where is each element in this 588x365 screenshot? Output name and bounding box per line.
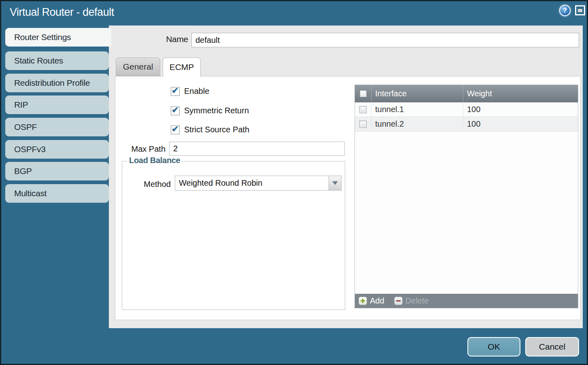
sidebar-item-router-settings[interactable]: Router Settings <box>5 28 111 47</box>
sidebar-item-label: Static Routes <box>14 56 63 66</box>
ok-button[interactable]: OK <box>467 337 520 357</box>
row-checkbox[interactable] <box>359 121 367 128</box>
sidebar-item-label: Multicast <box>14 189 47 198</box>
sidebar-item-bgp[interactable]: BGP <box>5 162 109 180</box>
ecmp-panel: Enable Symmetric Return Strict Source Pa… <box>115 76 581 320</box>
tab-general[interactable]: General <box>116 57 160 76</box>
name-input[interactable] <box>191 33 579 47</box>
interface-table: Interface Weight tunnel.1 100 tunnel.2 1… <box>354 85 578 308</box>
delete-button[interactable]: Delete <box>394 296 429 306</box>
enable-checkbox[interactable] <box>171 87 180 96</box>
minus-icon <box>394 297 403 305</box>
column-header-weight[interactable]: Weight <box>463 85 578 102</box>
ok-button-label: OK <box>488 342 500 352</box>
max-path-label: Max Path <box>115 144 166 154</box>
sidebar-item-label: RIP <box>14 100 28 110</box>
cell-interface: tunnel.1 <box>371 102 463 117</box>
sidebar-item-redistribution-profile[interactable]: Redistribution Profile <box>5 74 109 92</box>
window-restore-icon[interactable] <box>575 5 585 15</box>
enable-label: Enable <box>184 87 209 96</box>
cancel-button[interactable]: Cancel <box>525 337 579 357</box>
delete-button-label: Delete <box>405 296 429 306</box>
max-path-input[interactable] <box>169 142 345 156</box>
table-row[interactable]: tunnel.2 100 <box>355 117 578 132</box>
sidebar-item-ospf[interactable]: OSPF <box>5 118 109 136</box>
method-label: Method <box>134 180 171 189</box>
cell-interface: tunnel.2 <box>371 117 463 131</box>
sidebar-item-label: Redistribution Profile <box>14 78 90 88</box>
sidebar-item-rip[interactable]: RIP <box>5 95 109 114</box>
cell-weight: 100 <box>463 102 578 117</box>
add-button-label: Add <box>370 296 384 306</box>
select-all-checkbox[interactable] <box>359 90 367 98</box>
name-label: Name <box>109 34 188 44</box>
method-selected-value: Weighted Round Robin <box>175 176 329 190</box>
add-button[interactable]: Add <box>359 296 384 306</box>
sidebar-item-label: Router Settings <box>14 32 71 42</box>
enable-checkbox-row: Enable <box>171 87 209 96</box>
tab-ecmp[interactable]: ECMP <box>163 57 201 76</box>
virtual-router-dialog: Virtual Router - default Router Settings… <box>0 0 588 365</box>
sidebar-item-label: BGP <box>14 166 32 176</box>
column-header-interface[interactable]: Interface <box>371 85 463 102</box>
cell-weight: 100 <box>463 117 578 131</box>
row-checkbox[interactable] <box>359 106 367 113</box>
plus-icon <box>359 297 367 305</box>
table-header-row: Interface Weight <box>355 85 578 102</box>
dropdown-button[interactable] <box>329 176 341 190</box>
table-row[interactable]: tunnel.1 100 <box>355 102 578 117</box>
sidebar-item-label: OSPF <box>14 122 37 132</box>
help-icon[interactable] <box>559 5 571 16</box>
symmetric-return-checkbox-row: Symmetric Return <box>171 106 249 115</box>
load-balance-group: Load Balance Method Weighted Round Robin <box>122 161 345 310</box>
table-toolbar: Add Delete <box>355 294 578 308</box>
strict-source-path-checkbox-row: Strict Source Path <box>171 125 249 134</box>
sidebar-item-label: OSPFv3 <box>14 144 46 154</box>
method-dropdown[interactable]: Weighted Round Robin <box>175 176 342 191</box>
table-empty-area <box>355 132 578 294</box>
content-area: Name General ECMP Enable Symmetric Retur… <box>109 25 583 328</box>
strict-source-path-label: Strict Source Path <box>184 125 249 134</box>
strict-source-path-checkbox[interactable] <box>171 125 180 134</box>
load-balance-legend: Load Balance <box>127 156 182 165</box>
tab-label: General <box>123 62 153 72</box>
dialog-title: Virtual Router - default <box>10 6 114 19</box>
sidebar-item-static-routes[interactable]: Static Routes <box>5 51 109 70</box>
tab-label: ECMP <box>170 62 194 72</box>
cancel-button-label: Cancel <box>539 342 565 352</box>
chevron-down-icon <box>332 181 338 185</box>
symmetric-return-checkbox[interactable] <box>171 106 180 115</box>
symmetric-return-label: Symmetric Return <box>184 106 249 115</box>
sidebar-item-ospfv3[interactable]: OSPFv3 <box>5 140 109 159</box>
sidebar-item-multicast[interactable]: Multicast <box>5 184 109 203</box>
